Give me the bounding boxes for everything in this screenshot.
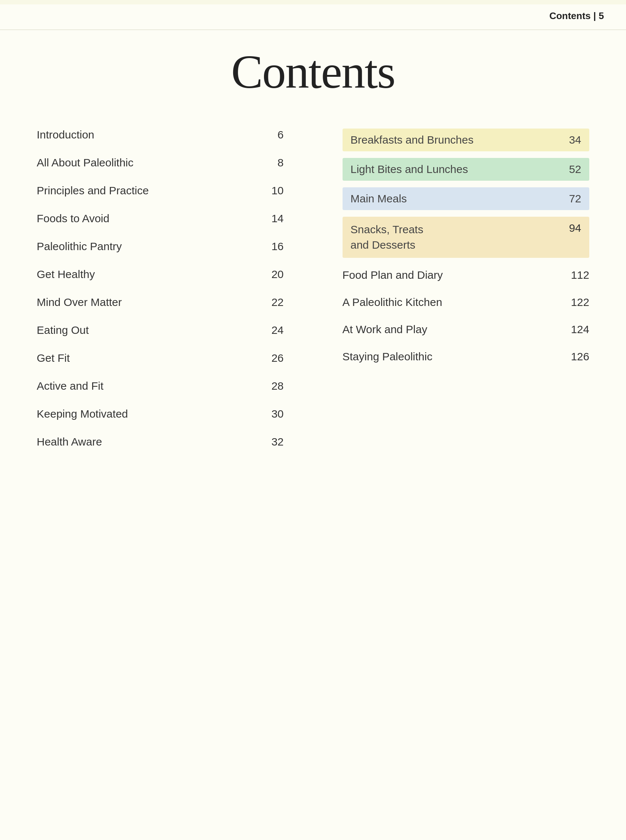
list-item: Snacks, Treatsand Desserts 94	[343, 217, 590, 258]
page-header-text: Contents |	[549, 10, 598, 21]
top-accent-bar	[0, 0, 626, 5]
toc-label-active-and-fit: Active and Fit	[37, 380, 103, 392]
toc-number-paleolithic-pantry: 16	[266, 240, 284, 253]
toc-number-paleolithic-kitchen: 122	[571, 296, 589, 309]
list-item: Keeping Motivated 30	[37, 408, 284, 420]
toc-label-food-plan-diary: Food Plan and Diary	[343, 269, 443, 281]
list-item: Get Fit 26	[37, 352, 284, 364]
list-item: Breakfasts and Brunches 34	[343, 129, 590, 151]
list-item: Staying Paleolithic 126	[343, 350, 590, 363]
toc-label-main-meals: Main Meals	[351, 193, 407, 205]
toc-label-snacks-treats: Snacks, Treatsand Desserts	[351, 222, 423, 253]
top-divider-line	[0, 30, 626, 30]
toc-label-get-fit: Get Fit	[37, 352, 70, 364]
toc-number-at-work-play: 124	[571, 323, 589, 336]
toc-label-get-healthy: Get Healthy	[37, 268, 95, 281]
toc-label-principles-and-practice: Principles and Practice	[37, 184, 149, 197]
list-item: Health Aware 32	[37, 436, 284, 448]
list-item: Main Meals 72	[343, 187, 590, 210]
toc-number-get-fit: 26	[266, 352, 284, 364]
list-item: Active and Fit 28	[37, 380, 284, 392]
toc-number-active-and-fit: 28	[266, 380, 284, 392]
page-header: Contents | 5	[549, 10, 604, 22]
toc-label-eating-out: Eating Out	[37, 324, 89, 337]
page-content: Contents Introduction 6 All About Paleol…	[0, 44, 626, 464]
toc-number-light-bites-lunches: 52	[563, 163, 581, 176]
toc-number-get-healthy: 20	[266, 268, 284, 281]
list-item: Food Plan and Diary 112	[343, 269, 590, 281]
toc-label-mind-over-matter: Mind Over Matter	[37, 296, 122, 309]
page-number: 5	[599, 10, 604, 21]
toc-right-column: Breakfasts and Brunches 34 Light Bites a…	[313, 129, 590, 464]
toc-label-staying-paleolithic: Staying Paleolithic	[343, 350, 432, 363]
list-item: At Work and Play 124	[343, 323, 590, 336]
list-item: A Paleolithic Kitchen 122	[343, 296, 590, 309]
toc-label-breakfasts-brunches: Breakfasts and Brunches	[351, 134, 474, 146]
toc-left-column: Introduction 6 All About Paleolithic 8 P…	[37, 129, 313, 464]
toc-number-staying-paleolithic: 126	[571, 350, 589, 363]
right-plain-items: Food Plan and Diary 112 A Paleolithic Ki…	[343, 269, 590, 363]
list-item: Paleolithic Pantry 16	[37, 240, 284, 253]
list-item: Eating Out 24	[37, 324, 284, 337]
toc-label-at-work-play: At Work and Play	[343, 323, 427, 336]
toc-number-breakfasts-brunches: 34	[563, 134, 581, 146]
toc-number-keeping-motivated: 30	[266, 408, 284, 420]
toc-label-paleolithic-kitchen: A Paleolithic Kitchen	[343, 296, 443, 309]
list-item: Foods to Avoid 14	[37, 212, 284, 225]
toc-label-introduction: Introduction	[37, 129, 94, 141]
list-item: Mind Over Matter 22	[37, 296, 284, 309]
colored-items-group: Breakfasts and Brunches 34 Light Bites a…	[343, 129, 590, 258]
toc-container: Introduction 6 All About Paleolithic 8 P…	[37, 129, 589, 464]
toc-number-mind-over-matter: 22	[266, 296, 284, 309]
toc-label-light-bites-lunches: Light Bites and Lunches	[351, 163, 468, 176]
list-item: Introduction 6	[37, 129, 284, 141]
toc-number-principles-and-practice: 10	[266, 184, 284, 197]
toc-label-keeping-motivated: Keeping Motivated	[37, 408, 128, 420]
list-item: Principles and Practice 10	[37, 184, 284, 197]
toc-number-foods-to-avoid: 14	[266, 212, 284, 225]
toc-label-health-aware: Health Aware	[37, 436, 102, 448]
toc-number-health-aware: 32	[266, 436, 284, 448]
list-item: All About Paleolithic 8	[37, 157, 284, 169]
list-item: Get Healthy 20	[37, 268, 284, 281]
toc-number-eating-out: 24	[266, 324, 284, 337]
toc-label-all-about-paleolithic: All About Paleolithic	[37, 157, 134, 169]
toc-number-snacks-treats: 94	[563, 222, 581, 234]
toc-number-main-meals: 72	[563, 193, 581, 205]
list-item: Light Bites and Lunches 52	[343, 158, 590, 181]
toc-label-foods-to-avoid: Foods to Avoid	[37, 212, 110, 225]
toc-number-food-plan-diary: 112	[571, 269, 589, 281]
toc-number-all-about-paleolithic: 8	[266, 157, 284, 169]
toc-number-introduction: 6	[266, 129, 284, 141]
toc-label-paleolithic-pantry: Paleolithic Pantry	[37, 240, 122, 253]
page-title: Contents	[37, 44, 589, 99]
